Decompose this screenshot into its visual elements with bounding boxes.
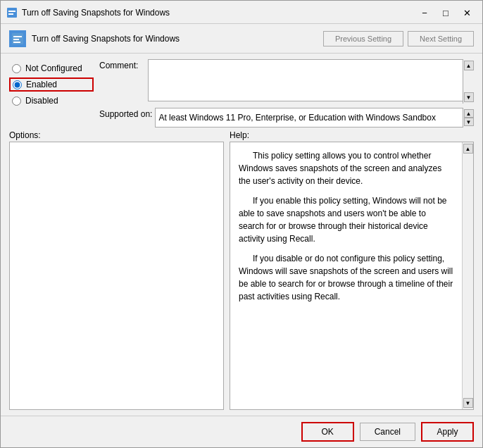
navigation-buttons: Previous Setting Next Setting (323, 31, 474, 46)
help-paragraph-1: This policy setting allows you to contro… (239, 149, 453, 187)
not-configured-radio[interactable] (12, 64, 21, 73)
content-area: Not Configured Enabled Disabled Comment: (1, 54, 482, 416)
scroll-up-arrow[interactable]: ▲ (464, 61, 474, 70)
not-configured-option[interactable]: Not Configured (9, 62, 94, 75)
cancel-button[interactable]: Cancel (360, 423, 415, 441)
supported-label: Supported on: (99, 108, 152, 119)
supported-value: At least Windows 11 Pro, Enterprise, or … (155, 108, 474, 127)
window-icon (6, 7, 18, 18)
footer: OK Cancel Apply (1, 416, 482, 447)
help-panel: This policy setting allows you to contro… (230, 142, 474, 410)
help-scroll-up[interactable]: ▲ (463, 144, 473, 154)
comment-scrollbar: ▲ ▼ (463, 59, 474, 104)
supported-scroll-down[interactable]: ▼ (464, 118, 474, 126)
options-label: Options: (9, 130, 224, 140)
supported-section: Supported on: At least Windows 11 Pro, E… (99, 108, 474, 127)
apply-button[interactable]: Apply (421, 422, 474, 442)
maximize-button[interactable]: □ (436, 5, 456, 20)
minimize-button[interactable]: − (415, 5, 434, 20)
help-text-area: This policy setting allows you to contro… (230, 142, 462, 409)
supported-box-wrapper: At least Windows 11 Pro, Enterprise, or … (155, 108, 474, 127)
options-panel (9, 142, 224, 410)
header-title: Turn off Saving Snapshots for Windows (32, 34, 323, 44)
comment-section: Comment: ▲ ▼ (99, 59, 474, 104)
svg-rect-2 (8, 13, 13, 15)
radio-group: Not Configured Enabled Disabled (9, 59, 94, 127)
top-section: Not Configured Enabled Disabled Comment: (9, 59, 474, 127)
disabled-option[interactable]: Disabled (9, 94, 94, 107)
enabled-label: Enabled (26, 80, 57, 89)
lower-section: This policy setting allows you to contro… (9, 142, 474, 410)
svg-rect-4 (13, 36, 22, 37)
svg-rect-1 (8, 11, 15, 12)
comment-label: Comment: (99, 59, 145, 70)
help-paragraph-2: If you enable this policy setting, Windo… (239, 194, 453, 245)
disabled-label: Disabled (25, 96, 58, 106)
svg-rect-0 (7, 8, 17, 18)
svg-rect-5 (13, 39, 19, 40)
svg-rect-6 (13, 42, 20, 43)
help-label: Help: (230, 130, 474, 140)
section-labels: Options: Help: (9, 130, 474, 140)
supported-scrollbar: ▲ ▼ (463, 108, 474, 127)
close-button[interactable]: ✕ (457, 5, 477, 20)
not-configured-label: Not Configured (25, 63, 82, 73)
enabled-option[interactable]: Enabled (9, 77, 94, 92)
main-window: Turn off Saving Snapshots for Windows − … (0, 0, 483, 448)
title-bar-controls: − □ ✕ (415, 5, 477, 20)
window-title: Turn off Saving Snapshots for Windows (22, 8, 415, 18)
previous-setting-button[interactable]: Previous Setting (323, 31, 403, 46)
help-scroll-down[interactable]: ▼ (463, 398, 473, 408)
scroll-down-arrow[interactable]: ▼ (464, 92, 474, 102)
policy-icon (9, 30, 26, 47)
help-paragraph-3: If you disable or do not configure this … (239, 252, 453, 303)
ok-button[interactable]: OK (301, 422, 354, 442)
enabled-radio[interactable] (13, 80, 22, 89)
header-row: Turn off Saving Snapshots for Windows Pr… (1, 24, 482, 54)
title-bar: Turn off Saving Snapshots for Windows − … (1, 1, 482, 24)
next-setting-button[interactable]: Next Setting (408, 31, 474, 46)
disabled-radio[interactable] (12, 97, 21, 106)
comment-box-wrapper: ▲ ▼ (148, 59, 474, 104)
help-scrollbar: ▲ ▼ (462, 142, 473, 409)
right-section: Comment: ▲ ▼ Supported on: At least Wind… (99, 59, 474, 127)
supported-scroll-up[interactable]: ▲ (464, 109, 474, 118)
comment-input[interactable] (148, 59, 474, 101)
